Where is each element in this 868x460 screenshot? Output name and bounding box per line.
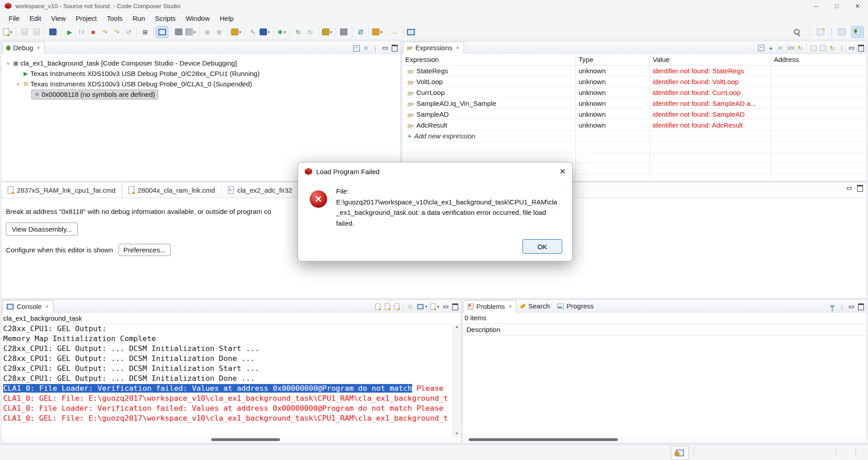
memory-save-button[interactable]: ✎ (247, 27, 259, 38)
open-console-button[interactable]: ▾ (430, 304, 439, 310)
pin-console-button[interactable]: ☉ (407, 304, 413, 310)
expressions-view-menu-button[interactable]: ⋮ (839, 45, 845, 52)
console-output[interactable]: C28xx_CPU1: GEL Output: Memory Map Initi… (2, 324, 453, 437)
console-line[interactable]: CLA1_0: GEL: File: E:\guozq2017\workspac… (2, 394, 453, 403)
description-column-header[interactable]: Description (463, 324, 867, 336)
console-line[interactable]: C28xx_CPU1: GEL Output: (2, 324, 453, 334)
step-return-button[interactable]: ↺ (123, 27, 134, 38)
expressions-row[interactable]: (x)=VoltLoopunknownidentifier not found:… (402, 76, 867, 87)
clear-console-button[interactable] (375, 304, 381, 310)
debug-view-menu-button[interactable]: ⋮ (372, 45, 379, 52)
scroll-down-arrow-icon[interactable]: ▼ (453, 431, 460, 437)
maximize-debug-panel-button[interactable] (391, 45, 398, 52)
tree-item[interactable]: ▶Texas Instruments XDS100v3 USB Debug Pr… (1, 68, 400, 79)
import-expressions-button[interactable] (810, 45, 816, 52)
column-header-expression[interactable]: Expression (402, 56, 575, 63)
new-file-button[interactable]: ▾ (2, 27, 14, 38)
tab-debug[interactable]: Debug × (2, 42, 45, 54)
add-expression-cell[interactable]: +Add new expression (402, 132, 575, 140)
ccs-edit-perspective-button[interactable] (836, 27, 848, 38)
close-expressions-tab-button[interactable]: × (456, 44, 460, 51)
minimize-console-panel-button[interactable] (442, 304, 449, 310)
expressions-row[interactable]: (x)=CurrLoopunknownidentifier not found:… (402, 87, 867, 98)
remove-all-expressions-button[interactable]: ✕✕ (787, 45, 794, 52)
menu-edit[interactable]: Edit (24, 13, 46, 24)
maximize-problems-panel-button[interactable] (858, 304, 864, 310)
save-all-button[interactable] (30, 27, 42, 38)
expressions-row[interactable]: (x)=AdcResultunknownidentifier not found… (402, 120, 867, 131)
source-lookup-button[interactable] (156, 27, 168, 38)
display-selected-console-button[interactable]: ▾ (417, 304, 427, 310)
scrollbar-thumb[interactable] (211, 438, 280, 441)
tree-item[interactable]: v▣cla_ex1_background_task [Code Composer… (1, 58, 400, 68)
reload-expressions-button[interactable]: ↻ (829, 45, 835, 52)
tab-expressions[interactable]: (x)= Expressions × (403, 42, 464, 54)
column-header-value[interactable]: Value (650, 56, 771, 63)
editor-tab-2837xS_RAM_lnk_cpu1_far.cmd[interactable]: 2837xS_RAM_lnk_cpu1_far.cmd (1, 182, 122, 198)
column-separator[interactable] (650, 54, 650, 180)
pin-expression-button[interactable]: ▾ (259, 27, 271, 38)
minimize-debug-panel-button[interactable] (382, 45, 388, 52)
show-type-names-button[interactable]: − (758, 45, 764, 52)
remove-all-terminated-button[interactable]: ✕ (363, 45, 369, 52)
tab-progress[interactable]: Progress (554, 300, 598, 312)
ok-button[interactable]: OK (522, 239, 562, 254)
trace-button[interactable]: ▾ (185, 27, 197, 38)
problems-horizontal-scrollbar[interactable] (463, 437, 866, 442)
collapse-all-button[interactable]: − (353, 45, 360, 52)
scroll-lock-button[interactable] (384, 304, 391, 310)
column-header-type[interactable]: Type (575, 56, 650, 63)
maximize-expressions-panel-button[interactable] (858, 45, 864, 52)
console-horizontal-scrollbar[interactable] (2, 437, 453, 442)
tree-item[interactable]: ≡0x00008118 (no symbols are defined) (1, 89, 400, 100)
console-line[interactable]: C28xx_CPU1: GEL Output: ... DCSM Initial… (2, 354, 453, 364)
reload-program-button[interactable]: ↻ (304, 27, 316, 38)
close-dialog-button[interactable]: ✕ (560, 167, 566, 176)
resume-button[interactable]: ▶ (64, 27, 76, 38)
forward-button[interactable]: → (389, 27, 400, 38)
editor-tab-28004x_cla_ram_lnk.cmd[interactable]: 28004x_cla_ram_lnk.cmd (122, 182, 222, 198)
registers-button[interactable]: ⊞ (139, 27, 151, 38)
menu-project[interactable]: Project (71, 13, 102, 24)
maximize-window-button[interactable]: □ (826, 0, 847, 12)
word-wrap-button[interactable] (394, 304, 400, 310)
pause-button[interactable]: ❙❙ (76, 27, 87, 38)
expressions-row[interactable] (402, 142, 867, 152)
minimize-editor-button[interactable] (846, 185, 852, 192)
console-line[interactable]: C28xx_CPU1: GEL Output: ... DCSM Initial… (2, 364, 453, 374)
editor-tab-cla_ex2_adc_fir32[interactable]: cla_ex2_adc_fir32 (222, 182, 299, 198)
build-button[interactable] (47, 27, 59, 38)
menu-help[interactable]: Help (215, 13, 239, 24)
refresh-expressions-button[interactable]: ↻ (797, 45, 803, 52)
close-problems-tab-button[interactable]: × (508, 303, 512, 310)
refresh-button[interactable]: ↻ (293, 27, 304, 38)
maximize-editor-button[interactable] (857, 185, 863, 192)
problems-view-menu-button[interactable]: ⋮ (839, 304, 845, 310)
close-debug-tab-button[interactable]: × (37, 44, 40, 51)
column-separator[interactable] (575, 54, 576, 180)
menu-scripts[interactable]: Scripts (150, 13, 181, 24)
remove-breakpoints-button[interactable]: ⊗ (213, 27, 225, 38)
add-new-expression-row[interactable]: +Add new expression (402, 131, 867, 142)
menu-file[interactable]: File (4, 13, 24, 24)
target-config-button[interactable] (338, 27, 350, 38)
remove-expression-button[interactable]: ✕ (777, 45, 783, 52)
expressions-row[interactable]: (x)=SampleAD.iq_Vin_Sampleunknownidentif… (402, 98, 867, 109)
save-button[interactable] (19, 27, 30, 38)
chevron-down-icon[interactable]: v (15, 82, 21, 86)
export-expressions-button[interactable] (820, 45, 826, 52)
build-hammer-button[interactable]: ▾ (321, 27, 333, 38)
chevron-down-icon[interactable]: v (5, 61, 11, 65)
open-new-view-button[interactable] (405, 27, 417, 38)
add-expression-button[interactable]: + (768, 45, 774, 52)
launch-control-button[interactable] (671, 446, 689, 460)
tab-problems[interactable]: Problems× (464, 300, 517, 313)
console-line[interactable]: C28xx_CPU1: GEL Output: ... DCSM Initial… (2, 344, 453, 354)
expressions-row[interactable]: (x)=SampleADunknownidentifier not found:… (402, 109, 867, 120)
console-line[interactable]: Memory Map Initialization Complete (2, 334, 453, 344)
close-console-tab-button[interactable]: × (45, 303, 49, 310)
menu-view[interactable]: View (46, 13, 71, 24)
preferences-button[interactable]: Preferences... (119, 244, 171, 256)
new-breakpoint-button[interactable]: ✱▾ (276, 27, 288, 38)
column-separator[interactable] (771, 54, 771, 180)
